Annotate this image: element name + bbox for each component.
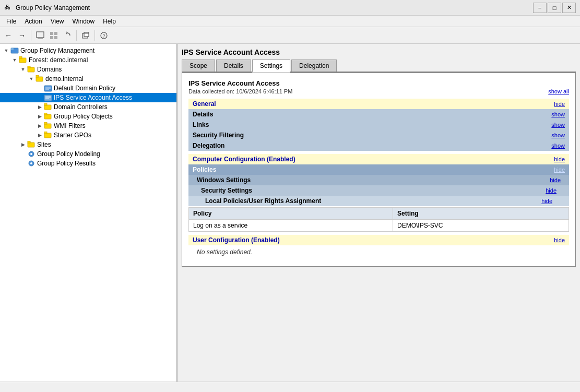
tree-ips-service-node[interactable]: ▶ IPS Service Account Access xyxy=(0,93,176,102)
ips-service-label: IPS Service Account Access xyxy=(54,94,132,101)
links-show-link[interactable]: show xyxy=(551,122,565,128)
menu-file[interactable]: File xyxy=(2,17,20,26)
tree-domains-node[interactable]: ▼ Domains xyxy=(0,65,176,74)
security-filtering-show-link[interactable]: show xyxy=(551,132,565,138)
local-policies-hide-link[interactable]: hide xyxy=(541,198,552,204)
dc-expander: ▶ xyxy=(35,103,44,111)
domains-icon xyxy=(27,65,35,74)
svg-point-40 xyxy=(30,162,32,164)
app-icon: 🖧 xyxy=(4,4,13,12)
svg-rect-12 xyxy=(11,48,14,50)
help-button[interactable]: ? xyxy=(98,29,110,42)
svg-rect-18 xyxy=(36,75,39,77)
policies-wrapper: Policies hide Windows Settings hide Secu… xyxy=(188,164,569,232)
maximize-button[interactable]: □ xyxy=(548,3,561,13)
delegation-label: Delegation xyxy=(193,142,224,149)
svg-rect-1 xyxy=(38,38,43,39)
computer-config-hide-link[interactable]: hide xyxy=(554,156,565,162)
collection-date: Data collected on: 10/6/2024 6:46:11 PM xyxy=(188,88,292,94)
local-policies-wrapper: Local Policies/User Rights Assignment hi… xyxy=(188,196,569,232)
content-title: IPS Service Account Access xyxy=(188,79,569,87)
new-window-button[interactable] xyxy=(79,29,92,42)
content-subtitle: Data collected on: 10/6/2024 6:46:11 PM … xyxy=(188,88,569,94)
tree-gp-results-node[interactable]: ▶ Group Policy Results xyxy=(0,159,176,168)
toolbar: ← → ? xyxy=(0,27,580,44)
user-config-hide-link[interactable]: hide xyxy=(554,237,565,243)
gpo-expander: ▶ xyxy=(35,112,44,121)
gp-modeling-icon xyxy=(27,150,35,158)
tree-gp-modeling-node[interactable]: ▶ Group Policy Modeling xyxy=(0,149,176,159)
root-expander: ▼ xyxy=(2,46,10,55)
menu-help[interactable]: Help xyxy=(99,17,120,26)
show-all-link[interactable]: show all xyxy=(548,88,569,94)
view-options-button[interactable] xyxy=(48,29,60,42)
table-row: Log on as a service DEMO\IPS-SVC xyxy=(189,220,569,232)
toolbar-separator-1 xyxy=(31,30,31,41)
tab-details[interactable]: Details xyxy=(216,60,251,72)
tree-wmi-filters-node[interactable]: ▶ WMI Filters xyxy=(0,121,176,130)
tree-starter-gpos-node[interactable]: ▶ Starter GPOs xyxy=(0,130,176,140)
menu-action[interactable]: Action xyxy=(20,17,46,26)
menu-bar: File Action View Window Help xyxy=(0,16,580,27)
menu-view[interactable]: View xyxy=(46,17,68,26)
security-filtering-label: Security Filtering xyxy=(193,132,244,139)
computer-config-section: Computer Configuration (Enabled) hide Po… xyxy=(188,154,569,232)
tab-scope[interactable]: Scope xyxy=(182,60,215,72)
security-settings-wrapper: Security Settings hide Local Policies/Us… xyxy=(188,185,569,232)
gp-modeling-label: Group Policy Modeling xyxy=(37,150,100,158)
right-panel: IPS Service Account Access Scope Details… xyxy=(177,44,580,382)
no-settings-message: No settings defined. xyxy=(188,245,569,259)
svg-point-38 xyxy=(30,153,32,155)
show-hide-console-button[interactable] xyxy=(34,29,46,42)
tree-panel: ▼ Group Policy Management ▼ Forest: demo… xyxy=(0,44,177,382)
links-label: Links xyxy=(193,121,209,128)
refresh-button[interactable] xyxy=(61,29,74,42)
tab-delegation[interactable]: Delegation xyxy=(291,60,337,72)
general-section-label: General xyxy=(193,100,216,108)
gpo-folder-icon xyxy=(44,112,52,121)
demo-internal-expander: ▼ xyxy=(27,75,35,83)
security-filtering-header: Security Filtering show xyxy=(188,130,569,140)
forest-label: Forest: demo.internal xyxy=(29,56,88,64)
local-policies-header: Local Policies/User Rights Assignment hi… xyxy=(188,196,569,206)
svg-rect-30 xyxy=(44,113,47,115)
back-button[interactable]: ← xyxy=(2,29,15,42)
wmi-expander: ▶ xyxy=(35,122,44,130)
tree-root-node[interactable]: ▼ Group Policy Management xyxy=(0,46,176,55)
tree-sites-node[interactable]: ▶ Sites xyxy=(0,140,176,149)
gp-results-icon xyxy=(27,159,35,168)
sites-expander: ▶ xyxy=(19,140,27,149)
user-config-header: User Configuration (Enabled) hide xyxy=(188,235,569,245)
svg-rect-28 xyxy=(44,103,47,105)
delegation-header: Delegation show xyxy=(188,140,569,151)
delegation-show-link[interactable]: show xyxy=(551,142,565,149)
tree-forest-node[interactable]: ▼ Forest: demo.internal xyxy=(0,55,176,65)
windows-settings-hide-link[interactable]: hide xyxy=(550,177,561,183)
policies-header: Policies hide xyxy=(188,164,569,175)
svg-rect-16 xyxy=(28,66,30,68)
windows-settings-label: Windows Settings xyxy=(197,176,251,184)
security-settings-header: Security Settings hide xyxy=(188,185,569,196)
svg-rect-0 xyxy=(37,32,44,38)
domains-label: Domains xyxy=(37,66,62,73)
menu-window[interactable]: Window xyxy=(68,17,99,26)
general-hide-link[interactable]: hide xyxy=(554,101,565,107)
security-settings-hide-link[interactable]: hide xyxy=(546,187,557,194)
sites-icon xyxy=(27,140,35,149)
general-subsections: Details show Links show Security Filteri… xyxy=(188,109,569,151)
details-show-link[interactable]: show xyxy=(551,111,565,117)
tree-default-domain-policy-node[interactable]: ▶ Default Domain Policy xyxy=(0,84,176,93)
details-header: Details show xyxy=(188,109,569,120)
forward-button[interactable]: → xyxy=(16,29,28,42)
tree-domain-controllers-node[interactable]: ▶ Domain Controllers xyxy=(0,102,176,112)
tabs-bar: Scope Details Settings Delegation xyxy=(182,60,576,73)
computer-config-header: Computer Configuration (Enabled) hide xyxy=(188,154,569,164)
tree-group-policy-objects-node[interactable]: ▶ Group Policy Objects xyxy=(0,112,176,121)
minimize-button[interactable]: − xyxy=(533,3,547,13)
main-layout: ▼ Group Policy Management ▼ Forest: demo… xyxy=(0,44,580,382)
close-button[interactable]: ✕ xyxy=(562,3,576,13)
dc-icon xyxy=(44,103,52,111)
policies-hide-link[interactable]: hide xyxy=(554,167,565,173)
tab-settings[interactable]: Settings xyxy=(252,60,290,73)
tree-demo-internal-node[interactable]: ▼ demo.internal xyxy=(0,74,176,84)
